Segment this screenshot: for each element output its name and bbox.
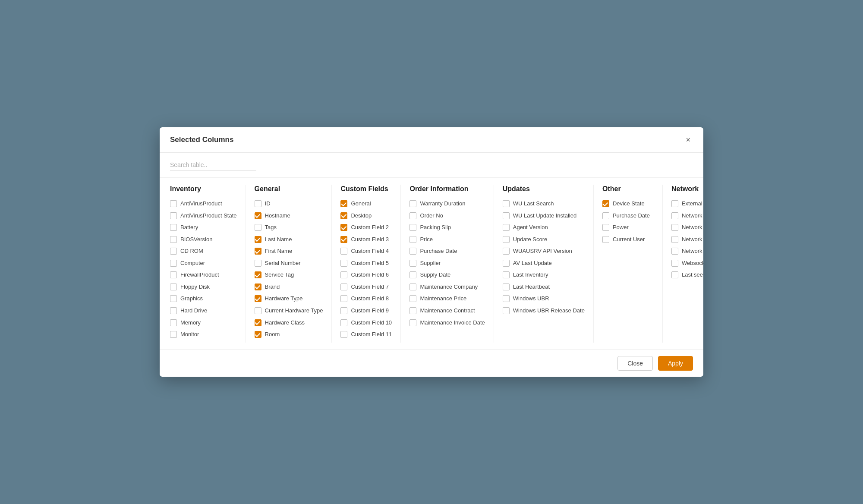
checkbox-Battery[interactable] — [170, 224, 177, 231]
list-item[interactable]: Update Score — [503, 236, 585, 243]
list-item[interactable]: BIOSVersion — [170, 236, 237, 243]
list-item[interactable]: Current User — [602, 236, 654, 243]
list-item[interactable]: Tags — [255, 224, 323, 231]
checkbox-Websocket[interactable] — [671, 260, 678, 267]
checkbox-Monitor[interactable] — [170, 331, 177, 338]
checkbox-AVLastUpdate[interactable] — [503, 260, 510, 267]
list-item[interactable]: Custom Field 6 — [340, 271, 392, 279]
checkbox-Tags[interactable] — [255, 224, 261, 231]
checkbox-PackingSlip[interactable] — [409, 224, 416, 231]
checkbox-ExternalIP[interactable] — [671, 200, 678, 207]
checkbox-Desktop[interactable] — [340, 212, 347, 219]
list-item[interactable]: Hardware Type — [255, 295, 323, 302]
list-item[interactable]: FirewallProduct — [170, 271, 237, 279]
list-item[interactable]: Purchase Date — [602, 212, 654, 220]
checkbox-PurchaseDate[interactable] — [602, 212, 609, 219]
list-item[interactable]: Last Name — [255, 236, 323, 243]
checkbox-CustomField2[interactable] — [340, 224, 347, 231]
list-item[interactable]: Maintenance Price — [409, 295, 485, 302]
list-item[interactable]: Last Inventory — [503, 271, 585, 279]
checkbox-HardDrive[interactable] — [170, 307, 177, 314]
list-item[interactable]: Hardware Class — [255, 319, 323, 327]
checkbox-ID[interactable] — [255, 200, 261, 207]
search-input[interactable] — [170, 160, 256, 170]
list-item[interactable]: Agent Version — [503, 224, 585, 231]
list-item[interactable]: Packing Slip — [409, 224, 485, 231]
list-item[interactable]: Memory — [170, 319, 237, 327]
checkbox-CustomField3[interactable] — [340, 236, 347, 243]
checkbox-General[interactable] — [340, 200, 347, 207]
list-item[interactable]: Computer — [170, 259, 237, 267]
list-item[interactable]: Hard Drive — [170, 307, 237, 315]
list-item[interactable]: Brand — [255, 283, 323, 291]
list-item[interactable]: Battery — [170, 224, 237, 231]
list-item[interactable]: Order No — [409, 212, 485, 220]
checkbox-CurrentUser[interactable] — [602, 236, 609, 243]
list-item[interactable]: ID — [255, 200, 323, 208]
checkbox-CustomField10[interactable] — [340, 319, 347, 326]
checkbox-FloppyDisk[interactable] — [170, 284, 177, 290]
list-item[interactable]: Custom Field 9 — [340, 307, 392, 315]
checkbox-Brand[interactable] — [255, 284, 261, 290]
checkbox-CustomField4[interactable] — [340, 248, 347, 255]
list-item[interactable]: Custom Field 5 — [340, 259, 392, 267]
checkbox-AntiVirusProductState[interactable] — [170, 212, 177, 219]
list-item[interactable]: Supplier — [409, 259, 485, 267]
checkbox-CDROM[interactable] — [170, 248, 177, 255]
list-item[interactable]: Network - VLAN — [671, 247, 703, 255]
list-item[interactable]: Device State — [602, 200, 654, 208]
checkbox-HardwareClass[interactable] — [255, 319, 261, 326]
checkbox-LastName[interactable] — [255, 236, 261, 243]
checkbox-HardwareType[interactable] — [255, 295, 261, 302]
checkbox-ServiceTag[interactable] — [255, 271, 261, 278]
checkbox-MaintenanceContract[interactable] — [409, 307, 416, 314]
list-item[interactable]: AntiVirusProduct State — [170, 212, 237, 220]
checkbox-CurrentHardwareType[interactable] — [255, 307, 261, 314]
list-item[interactable]: Serial Number — [255, 259, 323, 267]
list-item[interactable]: Websocket — [671, 259, 703, 267]
checkbox-NetworkIPDHCP[interactable] — [671, 224, 678, 231]
checkbox-WarrantyDuration[interactable] — [409, 200, 416, 207]
list-item[interactable]: Maintenance Contract — [409, 307, 485, 315]
checkbox-CustomField8[interactable] — [340, 295, 347, 302]
checkbox-Graphics[interactable] — [170, 295, 177, 302]
list-item[interactable]: First Name — [255, 247, 323, 255]
checkbox-Computer[interactable] — [170, 260, 177, 267]
list-item[interactable]: Custom Field 4 — [340, 247, 392, 255]
checkbox-Supplier[interactable] — [409, 260, 416, 267]
checkbox-PurchaseDate[interactable] — [409, 248, 416, 255]
checkbox-Room[interactable] — [255, 331, 261, 338]
list-item[interactable]: Service Tag — [255, 271, 323, 279]
list-item[interactable]: External IP — [671, 200, 703, 208]
list-item[interactable]: Desktop — [340, 212, 392, 220]
list-item[interactable]: General — [340, 200, 392, 208]
checkbox-LastHeartbeat[interactable] — [503, 284, 510, 290]
checkbox-LastInventory[interactable] — [503, 271, 510, 278]
checkbox-NetworkVLAN[interactable] — [671, 248, 678, 255]
checkbox-WUAUSRVAPIVersion[interactable] — [503, 248, 510, 255]
checkbox-WULastSearch[interactable] — [503, 200, 510, 207]
list-item[interactable]: Floppy Disk — [170, 283, 237, 291]
list-item[interactable]: Maintenance Company — [409, 283, 485, 291]
list-item[interactable]: CD ROM — [170, 247, 237, 255]
list-item[interactable]: Custom Field 2 — [340, 224, 392, 231]
list-item[interactable]: Network - IP DHCP — [671, 224, 703, 231]
checkbox-NetworkIPStatic[interactable] — [671, 236, 678, 243]
list-item[interactable]: Windows UBR Release Date — [503, 307, 585, 315]
list-item[interactable]: AntiVirusProduct — [170, 200, 237, 208]
checkbox-CustomField11[interactable] — [340, 331, 347, 338]
list-item[interactable]: Hostname — [255, 212, 323, 220]
checkbox-CustomField5[interactable] — [340, 260, 347, 267]
apply-button[interactable]: Apply — [658, 356, 693, 371]
checkbox-Memory[interactable] — [170, 319, 177, 326]
list-item[interactable]: Supply Date — [409, 271, 485, 279]
list-item[interactable]: WU Last Search — [503, 200, 585, 208]
checkbox-Price[interactable] — [409, 236, 416, 243]
checkbox-Hostname[interactable] — [255, 212, 261, 219]
checkbox-MaintenanceInvoiceDate[interactable] — [409, 319, 416, 326]
list-item[interactable]: Price — [409, 236, 485, 243]
list-item[interactable]: AV Last Update — [503, 259, 585, 267]
list-item[interactable]: WU Last Update Installed — [503, 212, 585, 220]
checkbox-BIOSVersion[interactable] — [170, 236, 177, 243]
list-item[interactable]: Custom Field 7 — [340, 283, 392, 291]
